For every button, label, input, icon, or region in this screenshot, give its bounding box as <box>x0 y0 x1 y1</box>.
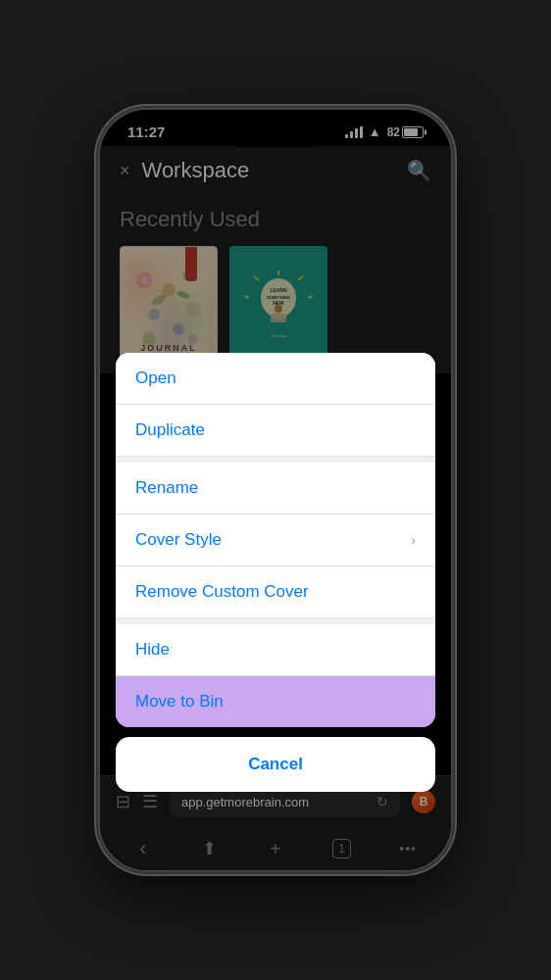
context-menu: Open Duplicate Rename Cover Style › Remo… <box>116 353 435 727</box>
context-menu-container: Open Duplicate Rename Cover Style › Remo… <box>116 353 435 792</box>
chevron-right-icon: › <box>411 532 416 548</box>
menu-item-open[interactable]: Open <box>116 353 435 405</box>
menu-item-remove-custom-cover[interactable]: Remove Custom Cover <box>116 566 435 618</box>
menu-item-duplicate[interactable]: Duplicate <box>116 405 435 457</box>
phone-frame: 11:27 ▲ 82 × W <box>98 108 453 872</box>
menu-item-cover-style[interactable]: Cover Style › <box>116 514 435 566</box>
menu-item-move-to-bin[interactable]: Move to Bin <box>116 676 435 727</box>
menu-item-hide[interactable]: Hide <box>116 618 435 676</box>
menu-item-rename[interactable]: Rename <box>116 457 435 514</box>
dynamic-island <box>226 120 325 147</box>
cancel-button[interactable]: Cancel <box>116 737 435 792</box>
phone-screen: 11:27 ▲ 82 × W <box>100 110 451 870</box>
